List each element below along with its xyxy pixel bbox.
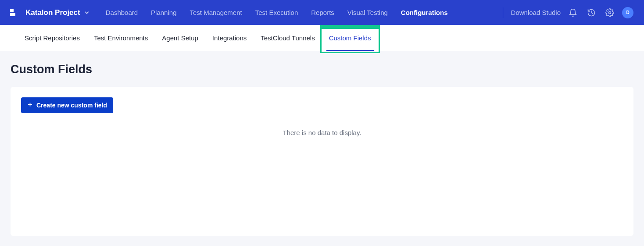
tab-test-environments[interactable]: Test Environments — [87, 25, 155, 51]
history-icon[interactable] — [585, 7, 597, 19]
top-header: Katalon Project Dashboard Planning Test … — [0, 0, 644, 25]
tab-testcloud-tunnels[interactable]: TestCloud Tunnels — [254, 25, 322, 51]
project-name[interactable]: Katalon Project — [25, 8, 80, 17]
nav-configurations[interactable]: Configurations — [401, 9, 448, 16]
tab-custom-fields[interactable]: Custom Fields — [322, 25, 378, 51]
nav-test-execution[interactable]: Test Execution — [255, 9, 298, 16]
nav-reports[interactable]: Reports — [311, 9, 334, 16]
tab-custom-fields-label: Custom Fields — [329, 34, 371, 42]
sub-nav: Script Repositories Test Environments Ag… — [0, 25, 644, 51]
chevron-down-icon[interactable] — [84, 10, 90, 16]
page-title: Custom Fields — [0, 51, 644, 87]
svg-point-0 — [609, 11, 611, 14]
nav-visual-testing[interactable]: Visual Testing — [347, 9, 388, 16]
divider — [503, 7, 503, 18]
tab-agent-setup[interactable]: Agent Setup — [155, 25, 205, 51]
avatar[interactable]: D — [622, 7, 633, 18]
katalon-logo-icon — [9, 8, 18, 18]
bell-icon[interactable] — [567, 7, 579, 19]
plus-icon — [27, 102, 33, 109]
tab-script-repositories[interactable]: Script Repositories — [18, 25, 87, 51]
nav-planning[interactable]: Planning — [151, 9, 176, 16]
nav-dashboard[interactable]: Dashboard — [106, 9, 138, 16]
nav-test-management[interactable]: Test Management — [190, 9, 242, 16]
download-studio-link[interactable]: Download Studio — [511, 9, 561, 16]
create-button-label: Create new custom field — [36, 102, 107, 109]
empty-state-message: There is no data to display. — [21, 129, 623, 136]
tab-integrations[interactable]: Integrations — [205, 25, 254, 51]
content-panel: Create new custom field There is no data… — [11, 87, 633, 236]
create-custom-field-button[interactable]: Create new custom field — [21, 97, 113, 113]
gear-icon[interactable] — [604, 7, 616, 19]
top-nav: Dashboard Planning Test Management Test … — [106, 9, 448, 16]
